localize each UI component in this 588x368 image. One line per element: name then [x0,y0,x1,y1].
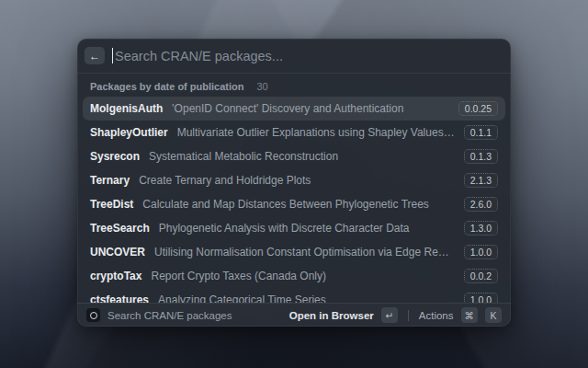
list-item[interactable]: SysreconSystematical Metabolic Reconstru… [83,144,505,168]
results-list: MolgenisAuth'OpenID Connect' Discovery a… [77,97,511,303]
search-bar: ← [77,39,511,74]
version-badge: 0.0.2 [464,269,498,283]
return-key-badge: ↵ [381,307,398,323]
package-description: Report Crypto Taxes (Canada Only) [151,270,454,282]
crane-logo-icon [86,308,100,322]
package-description: Phylogenetic Analysis with Discrete Char… [159,222,455,235]
package-name: ShapleyOutlier [90,126,168,139]
open-in-browser-button[interactable]: Open in Browser [289,310,374,321]
package-description: Analyzing Categorical Time Series [158,293,455,303]
back-arrow-icon: ← [89,51,100,62]
list-item[interactable]: TernaryCreate Ternary and Holdridge Plot… [83,168,505,192]
list-item[interactable]: TreeDistCalculate and Map Distances Betw… [83,192,505,216]
package-description: 'OpenID Connect' Discovery and Authentic… [172,102,448,115]
package-description: Multivariate Outlier Explanations using … [177,126,455,139]
cmd-key-badge: ⌘ [461,307,479,323]
package-name: TreeDist [90,198,133,211]
list-item[interactable]: TreeSearchPhylogenetic Analysis with Dis… [83,216,505,240]
package-name: Sysrecon [90,150,140,163]
package-description: Systematical Metabolic Reconstruction [149,150,455,163]
package-name: ctsfeatures [90,293,149,303]
version-badge: 2.6.0 [464,197,498,212]
list-item[interactable]: ShapleyOutlierMultivariate Outlier Expla… [83,121,505,144]
package-name: Ternary [90,174,130,187]
list-item[interactable]: ctsfeaturesAnalyzing Categorical Time Se… [83,288,505,303]
section-count: 30 [257,81,268,92]
version-badge: 1.0.0 [464,245,498,259]
package-description: Calculate and Map Distances Between Phyl… [142,198,454,211]
package-description: Create Ternary and Holdridge Plots [139,174,455,187]
actions-button[interactable]: Actions [419,310,454,321]
package-description: Utilising Normalisation Constant Optimis… [154,246,455,259]
version-badge: 0.1.3 [464,149,498,164]
search-input[interactable] [115,49,500,63]
package-name: cryptoTax [90,270,141,282]
list-item[interactable]: MolgenisAuth'OpenID Connect' Discovery a… [83,97,505,121]
launcher-window: ← Packages by date of publication 30 Mol… [77,39,511,327]
version-badge: 0.1.1 [464,125,498,140]
version-badge: 2.1.3 [464,173,498,188]
section-title: Packages by date of publication [90,81,244,92]
k-key-badge: K [485,307,502,323]
version-badge: 0.0.25 [458,101,498,116]
footer-bar: Search CRAN/E packages Open in Browser ↵… [77,303,511,327]
version-badge: 1.0.0 [464,293,498,303]
package-name: UNCOVER [90,246,145,259]
package-name: TreeSearch [90,222,150,235]
text-caret [112,48,113,63]
section-header: Packages by date of publication 30 [77,74,511,97]
back-button[interactable]: ← [85,47,105,64]
package-name: MolgenisAuth [90,102,163,115]
list-item[interactable]: cryptoTaxReport Crypto Taxes (Canada Onl… [83,264,505,288]
version-badge: 1.3.0 [464,221,498,236]
footer-app-label: Search CRAN/E packages [107,310,232,321]
footer-divider [408,310,409,321]
list-item[interactable]: UNCOVERUtilising Normalisation Constant … [83,240,505,264]
